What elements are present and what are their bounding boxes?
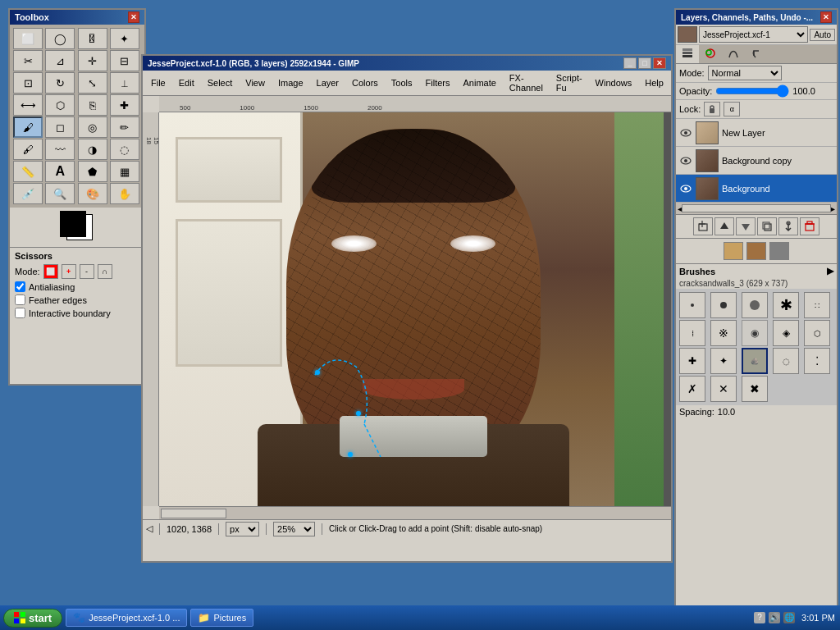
lower-layer-button[interactable] <box>736 217 756 235</box>
brush-item-special-3[interactable]: ⬡ <box>804 320 830 346</box>
tool-perspective[interactable]: ⬡ <box>45 94 75 116</box>
swatch-background[interactable] <box>746 242 766 260</box>
tool-ellipse-select[interactable]: ◯ <box>45 28 75 49</box>
mode-intersect-selection[interactable]: ∩ <box>98 264 112 279</box>
tool-shear[interactable]: ⟂ <box>110 72 139 94</box>
layer-visibility-bg-copy[interactable] <box>679 154 692 167</box>
layer-item-new-layer[interactable]: New Layer <box>676 119 837 147</box>
close-button[interactable]: ✕ <box>653 57 666 69</box>
brush-item-cracks[interactable]: 🪨 <box>742 348 768 374</box>
tool-bucket[interactable]: ⬟ <box>78 161 107 182</box>
menu-view[interactable]: View <box>239 76 272 89</box>
tool-paint[interactable]: 🖌 <box>13 116 43 138</box>
taskbar-gimp-item[interactable]: 🐾 JesseProject.xcf-1.0 ... <box>66 609 187 627</box>
brush-item-x-3[interactable]: ✖ <box>742 376 768 402</box>
brush-item-special-1[interactable]: ※ <box>710 320 737 346</box>
brush-item-x-2[interactable]: ✕ <box>710 376 737 402</box>
opacity-slider[interactable] <box>715 84 789 98</box>
taskbar-pictures-item[interactable]: 📁 Pictures <box>190 609 253 627</box>
maximize-button[interactable]: □ <box>638 57 651 69</box>
raise-layer-button[interactable] <box>714 217 734 235</box>
menu-tools[interactable]: Tools <box>385 76 419 89</box>
menu-windows[interactable]: Windows <box>589 76 639 89</box>
scroll-thumb[interactable] <box>682 204 831 212</box>
zoom-select[interactable]: 25% 50% 100% <box>273 522 315 536</box>
tool-hand[interactable]: ✋ <box>110 183 139 204</box>
brush-item-scatter-1[interactable]: ∷ <box>804 292 830 318</box>
layer-visibility-new[interactable] <box>679 126 692 139</box>
lock-pixels-button[interactable] <box>704 102 720 116</box>
tab-undo[interactable] <box>745 45 768 63</box>
unit-select[interactable]: px mm <box>226 522 259 536</box>
brush-item-cloud-1[interactable]: ◉ <box>742 320 768 346</box>
tool-pencil[interactable]: ✏ <box>110 116 139 138</box>
tool-flip[interactable]: ⟷ <box>13 94 43 116</box>
tool-align[interactable]: ⊟ <box>110 50 139 71</box>
swatch-foreground[interactable] <box>724 242 743 260</box>
scroll-thumb[interactable] <box>161 509 226 518</box>
tool-clone[interactable]: ⎘ <box>78 94 107 116</box>
tool-magnify[interactable]: 🔍 <box>45 183 75 204</box>
delete-layer-button[interactable] <box>800 217 819 235</box>
tool-move[interactable]: ✛ <box>78 50 107 71</box>
menu-help[interactable]: Help <box>638 76 670 89</box>
brush-item-x-1[interactable]: ✗ <box>679 376 705 402</box>
tool-airbrush[interactable]: ◎ <box>78 116 107 138</box>
menu-filters[interactable]: Filters <box>419 76 457 89</box>
tool-text[interactable]: A <box>45 161 75 182</box>
mode-add-selection[interactable]: + <box>62 264 76 279</box>
feather-edges-checkbox[interactable] <box>15 294 25 305</box>
tool-erase[interactable]: ◻ <box>45 116 75 138</box>
mode-new-selection[interactable]: ⬜ <box>43 264 58 279</box>
tool-fuzzy-select[interactable]: ✦ <box>110 28 139 49</box>
layers-auto-button[interactable]: Auto <box>810 29 835 41</box>
tool-blur[interactable]: ◌ <box>110 139 139 160</box>
menu-animate[interactable]: Animate <box>456 76 502 89</box>
brush-item-dots-1[interactable]: ⁚ <box>804 348 830 374</box>
canvas-image[interactable] <box>159 112 664 506</box>
layer-item-background[interactable]: Background <box>676 175 837 203</box>
tool-scissors[interactable]: ✂ <box>13 50 43 71</box>
tab-paths[interactable] <box>722 45 745 63</box>
mode-subtract-selection[interactable]: - <box>80 264 94 279</box>
toolbox-close-button[interactable]: ✕ <box>128 11 139 23</box>
tool-scale[interactable]: ⤡ <box>78 72 107 94</box>
menu-layer[interactable]: Layer <box>310 76 346 89</box>
swatch-gray[interactable] <box>769 242 789 260</box>
brush-item-dot-2[interactable] <box>710 292 737 318</box>
tool-rect-select[interactable]: ⬜ <box>13 28 43 49</box>
menu-image[interactable]: Image <box>272 76 310 89</box>
color-preview[interactable] <box>57 211 98 244</box>
brush-item-special-2[interactable]: ◈ <box>773 320 799 346</box>
layers-close-button[interactable]: ✕ <box>820 11 832 23</box>
tool-gradient[interactable]: ▦ <box>110 161 139 182</box>
tool-heal[interactable]: ✚ <box>110 94 139 116</box>
tool-color-pick[interactable]: 🎨 <box>78 183 107 204</box>
minimize-button[interactable]: _ <box>623 57 637 69</box>
brush-item-texture-1[interactable]: ⁞ <box>679 320 705 346</box>
mode-dropdown[interactable]: Normal Multiply Screen Overlay <box>708 66 782 80</box>
tool-eyedrop[interactable]: 💉 <box>13 183 43 204</box>
layers-image-dropdown[interactable]: JesseProject.xcf-1 <box>699 26 808 43</box>
tool-free-select[interactable]: 〿 <box>78 28 107 49</box>
brush-item-star-1[interactable]: ✱ <box>773 292 799 318</box>
antialiasing-checkbox[interactable] <box>15 281 25 292</box>
scroll-right-arrow[interactable]: ▸ <box>831 204 835 213</box>
lock-alpha-button[interactable]: α <box>724 102 740 116</box>
brush-item-cross-1[interactable]: ✚ <box>679 348 705 374</box>
menu-colors[interactable]: Colors <box>345 76 385 89</box>
interactive-boundary-checkbox[interactable] <box>15 308 25 318</box>
tool-rotate[interactable]: ↻ <box>45 72 75 94</box>
horizontal-scrollbar[interactable] <box>159 506 671 519</box>
new-layer-button[interactable] <box>693 217 713 235</box>
scroll-left-btn[interactable]: ◁ <box>146 523 153 534</box>
brush-item-plus-1[interactable]: ✦ <box>710 348 737 374</box>
brush-item-dot-3[interactable] <box>742 292 768 318</box>
tool-smudge[interactable]: 〰 <box>45 139 75 160</box>
layer-item-background-copy[interactable]: Background copy <box>676 147 837 175</box>
brush-item-special-4[interactable]: ◌ <box>773 348 799 374</box>
tool-ink[interactable]: 🖋 <box>13 139 43 160</box>
menu-file[interactable]: File <box>144 76 172 89</box>
tool-crop[interactable]: ⊡ <box>13 72 43 94</box>
tab-layers[interactable] <box>676 45 699 63</box>
